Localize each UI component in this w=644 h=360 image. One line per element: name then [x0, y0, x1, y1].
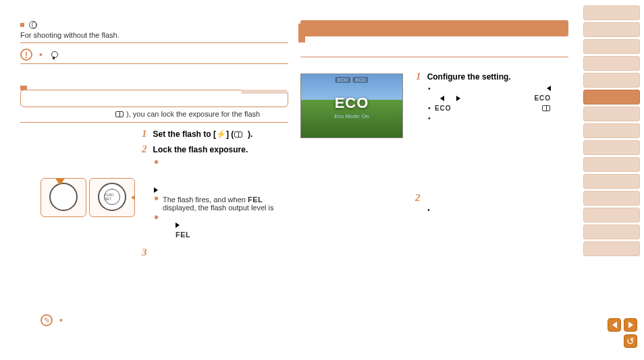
chevron-left-icon: [612, 322, 617, 328]
step-number: 2: [415, 192, 421, 203]
sidebar-tab[interactable]: [583, 140, 640, 155]
sidebar-tab[interactable]: [583, 123, 640, 138]
arrow-down-icon: [55, 178, 65, 185]
flash-off-icon: [29, 21, 37, 29]
bullet-line: •: [154, 214, 288, 220]
eco-screenshot: ECO ECO ECO Eco Mode: On: [300, 73, 403, 138]
prev-page-button[interactable]: [608, 318, 621, 332]
chevron-right-icon: [628, 322, 633, 328]
caution-icon: !: [20, 49, 32, 61]
arrow-right-icon: [131, 193, 135, 202]
page-ref-icon: [234, 131, 242, 138]
eco-big-label: ECO: [301, 94, 402, 112]
pencil-icon: ✎: [41, 314, 53, 326]
bullet-icon: •: [427, 206, 430, 214]
flash-fires-text: The flash fires, and when: [163, 196, 246, 204]
step-1-row: 1 Configure the setting.: [416, 71, 551, 82]
sidebar-tab[interactable]: [583, 5, 640, 20]
square-bullet-icon: [20, 23, 24, 27]
eco-badge: ECO: [353, 77, 369, 83]
bullet-line: [154, 187, 288, 193]
shutter-illustration: [41, 178, 86, 217]
eco-sub-label: Eco Mode: On: [301, 113, 402, 119]
bullet-line: • ECO: [428, 104, 551, 112]
fe-lead-text: ), you can lock the exposure for the fla…: [20, 110, 288, 118]
sidebar-tab[interactable]: [583, 39, 640, 54]
divider: [20, 63, 288, 64]
page-ref-icon: [115, 111, 124, 117]
eco-badge: ECO: [335, 77, 350, 83]
section-corner: [241, 90, 288, 94]
bullet-line: •: [427, 206, 568, 214]
divider: [20, 42, 288, 43]
sidebar-tab[interactable]: [583, 107, 640, 121]
eco-section-bar: [300, 20, 568, 36]
page-ref-icon: [542, 105, 550, 111]
sidebar-tab[interactable]: [583, 174, 640, 189]
bullet-line: •: [154, 159, 288, 164]
camera-shake-icon: [49, 51, 59, 59]
fel-inline-label: FEL: [248, 196, 263, 204]
section-tab-icon: [20, 86, 27, 90]
divider: [20, 122, 288, 123]
next-page-button[interactable]: [624, 318, 637, 332]
step-number: 1: [142, 128, 147, 139]
eco-row: ECO ECO ECO Eco Mode: On 1 Configure the…: [300, 61, 568, 138]
right-column: ECO ECO ECO Eco Mode: On 1 Configure the…: [300, 20, 581, 360]
left-arrow-icon: [547, 86, 551, 91]
bullet-line: [176, 222, 288, 228]
dial-illustration: FUNC SET: [89, 178, 135, 217]
camera-illustration-row: FUNC SET: [41, 178, 135, 217]
step-1-row: 1 Set the flash to [⚡] ( ).: [142, 128, 288, 140]
steps-left: 1 Set the flash to [⚡] ( ). 2 Lock the f…: [142, 128, 288, 258]
sidebar-tab[interactable]: [583, 157, 640, 172]
step-number: 2: [142, 144, 147, 154]
sidebar-tab[interactable]: [583, 56, 640, 71]
step-2-right: 2 •: [415, 192, 568, 214]
sidebar-tab[interactable]: [583, 224, 640, 239]
bullet-icon: •: [428, 84, 431, 92]
bullet-line: •: [428, 84, 551, 92]
left-column: For shooting without the flash. ! • ), y…: [20, 20, 300, 360]
fe-lock-section-box: [20, 90, 288, 107]
bullet-icon: •: [154, 214, 159, 220]
configure-heading: Configure the setting.: [427, 72, 511, 82]
page-nav: [608, 318, 637, 348]
flash-fires-tail: displayed, the flash output level is: [163, 204, 274, 212]
sidebar-tab[interactable]: [583, 191, 640, 206]
eco-text-label: ECO: [534, 94, 551, 102]
step-number: 1: [416, 71, 421, 82]
fel-label: FEL: [176, 231, 288, 239]
deactivating-heading-row: [20, 20, 288, 29]
right-arrow-icon: [456, 96, 460, 101]
caution-row: ! •: [20, 49, 288, 61]
step-2-heading: Lock the flash exposure.: [153, 145, 248, 154]
sidebar-tab[interactable]: [583, 22, 640, 37]
step-1-heading: Set the flash to [⚡] ( ).: [153, 129, 253, 139]
right-arrow-icon: [176, 222, 180, 228]
bullet-icon: •: [428, 114, 431, 122]
divider: [300, 57, 568, 57]
step-2-row: 2 Lock the flash exposure.: [142, 144, 288, 155]
bullet-icon: •: [59, 318, 63, 323]
eco-steps: 1 Configure the setting. • ECO: [416, 71, 551, 124]
eco-text-label: ECO: [435, 104, 452, 112]
sidebar-tab[interactable]: [583, 208, 640, 222]
step-number: 3: [142, 247, 147, 258]
sidebar-tab[interactable]: [583, 73, 640, 88]
left-arrow-icon: [440, 96, 444, 101]
sidebar-tab[interactable]: [583, 241, 640, 256]
bullet-icon: •: [154, 159, 159, 164]
sidebar-tabs: [583, 5, 640, 256]
deactivating-text: For shooting without the flash.: [20, 30, 288, 40]
bullet-icon: •: [428, 104, 431, 112]
sidebar-tab-active[interactable]: [583, 90, 640, 104]
bullet-line: •: [428, 114, 551, 122]
flash-fires-line: • The flash fires, and when FEL displaye…: [154, 196, 288, 212]
return-button[interactable]: [624, 334, 637, 348]
fe-lead-tail: ), you can lock the exposure for the fla…: [126, 110, 260, 118]
step-3-row: 3: [142, 247, 288, 258]
bullet-line: ECO: [428, 94, 551, 102]
note-row: ✎ •: [41, 314, 63, 326]
bullet-icon: •: [39, 52, 43, 57]
